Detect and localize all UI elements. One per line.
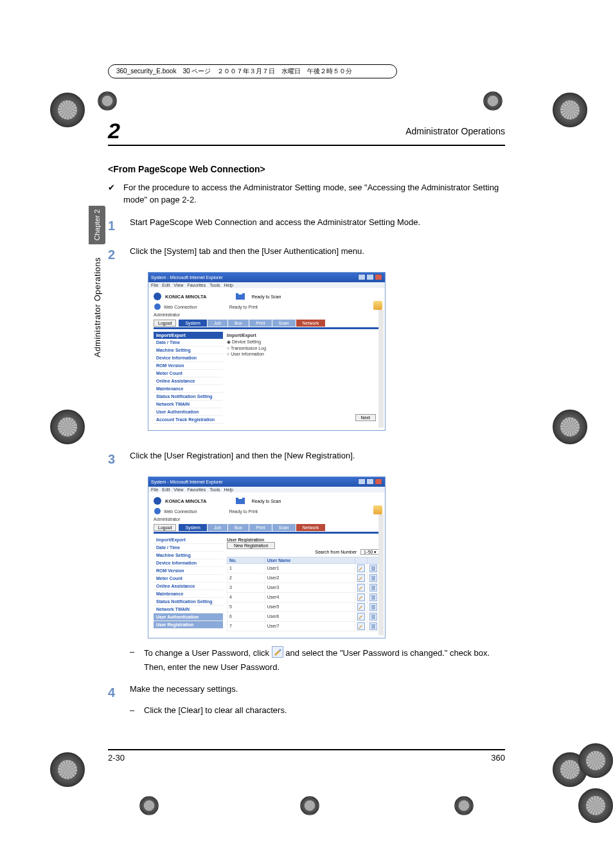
edit-icon[interactable] xyxy=(357,584,365,592)
logout-button[interactable]: Logout xyxy=(154,524,176,531)
cell-username: User4 xyxy=(265,592,355,602)
tab-scan[interactable]: Scan xyxy=(272,320,296,327)
menu-item[interactable]: Help xyxy=(224,283,233,287)
sidebar-item[interactable]: Import/Export xyxy=(154,332,223,339)
delete-icon[interactable] xyxy=(369,593,377,601)
menu-item[interactable]: View xyxy=(173,283,183,287)
menu-item[interactable]: Favorites xyxy=(187,283,206,287)
scrollbar[interactable] xyxy=(378,514,384,635)
sidebar-item[interactable]: Device Information xyxy=(154,559,223,567)
sidebar-item[interactable]: Device Information xyxy=(154,354,223,362)
dash-icon: – xyxy=(130,646,144,674)
tab-print[interactable]: Print xyxy=(249,524,272,531)
new-registration-button[interactable]: New Registration xyxy=(227,542,275,549)
edit-icon[interactable] xyxy=(357,574,365,582)
menu-item[interactable]: Edit xyxy=(162,283,170,287)
edit-icon[interactable] xyxy=(357,565,365,572)
range-select[interactable]: 1-50 ▾ xyxy=(360,549,380,555)
sidebar-item[interactable]: Machine Setting xyxy=(154,347,223,354)
sidebar-item-user-registration[interactable]: User Registration xyxy=(154,621,223,629)
sidebar-item[interactable]: Status Notification Setting xyxy=(154,393,223,401)
window-title: System - Microsoft Internet Explorer xyxy=(151,275,223,280)
print-meta-line: 360_security_E.book 30 ページ ２００７年３月７日 水曜日… xyxy=(108,64,397,78)
sidebar-item[interactable]: Network TWAIN xyxy=(154,606,223,613)
next-button[interactable]: Next xyxy=(355,414,376,421)
sidebar-item[interactable]: Date / Time xyxy=(154,544,223,552)
scrollbar[interactable] xyxy=(378,310,384,428)
sidebar-item[interactable]: Meter Count xyxy=(154,370,223,377)
sidebar-item[interactable]: Date / Time xyxy=(154,339,223,347)
cell-username: User7 xyxy=(265,621,355,631)
crop-mark-icon xyxy=(454,796,474,815)
table-row: 4User4 xyxy=(227,592,380,602)
admin-label: Administrator xyxy=(154,312,380,317)
sidebar-item[interactable]: ROM Version xyxy=(154,362,223,370)
menu-item[interactable]: Edit xyxy=(162,487,170,492)
tab-print[interactable]: Print xyxy=(249,320,272,327)
sidebar-item[interactable]: Account Track Registration xyxy=(154,416,223,424)
delete-icon[interactable] xyxy=(369,613,377,620)
tab-scan[interactable]: Scan xyxy=(272,524,296,531)
edit-icon[interactable] xyxy=(357,622,365,630)
tab-system[interactable]: System xyxy=(179,320,207,327)
menu-item[interactable]: Tools xyxy=(209,283,220,287)
table-row: 1User1 xyxy=(227,563,380,573)
search-label: Search from Number xyxy=(315,550,357,554)
crop-mark-icon xyxy=(50,410,85,444)
sidebar-item[interactable]: Online Assistance xyxy=(154,583,223,590)
edit-icon[interactable] xyxy=(357,613,365,620)
delete-icon[interactable] xyxy=(369,584,377,592)
sidebar-item[interactable]: Network TWAIN xyxy=(154,401,223,408)
delete-icon[interactable] xyxy=(369,574,377,582)
menu-item[interactable]: View xyxy=(173,487,183,492)
sidebar-item[interactable]: Import/Export xyxy=(154,536,223,544)
cell-username: User1 xyxy=(265,563,355,573)
menu-item[interactable]: Tools xyxy=(209,487,220,492)
tab-job[interactable]: Job xyxy=(208,524,228,531)
browser-menubar[interactable]: File Edit View Favorites Tools Help xyxy=(148,487,385,493)
radio-option[interactable]: ○ User Information xyxy=(227,351,380,357)
sidebar-item[interactable]: Meter Count xyxy=(154,575,223,583)
conn-icon xyxy=(154,303,161,311)
delete-icon[interactable] xyxy=(369,622,377,630)
radio-option[interactable]: ○ Transmission Log xyxy=(227,345,380,351)
sidebar-item[interactable]: Maintenance xyxy=(154,590,223,598)
menu-item[interactable]: Favorites xyxy=(187,487,206,492)
svg-rect-9 xyxy=(371,566,376,567)
edit-icon[interactable] xyxy=(357,603,365,611)
delete-icon[interactable] xyxy=(369,565,377,572)
sidebar-item[interactable]: ROM Version xyxy=(154,567,223,575)
sidebar-item[interactable]: Maintenance xyxy=(154,385,223,393)
sidebar-item[interactable]: User Authentication xyxy=(154,408,223,416)
table-row: 3User3 xyxy=(227,583,380,592)
tab-network[interactable]: Network xyxy=(296,524,326,531)
browser-menubar[interactable]: File Edit View Favorites Tools Help xyxy=(148,282,385,288)
tab-box[interactable]: Box xyxy=(228,524,249,531)
sidebar-item[interactable]: Online Assistance xyxy=(154,377,223,385)
menu-item[interactable]: Help xyxy=(224,487,233,492)
side-section-label: Administrator Operations xyxy=(93,257,102,357)
crop-mark-icon xyxy=(50,752,85,787)
radio-option[interactable]: ◉ Device Setting xyxy=(227,339,380,345)
window-controls[interactable] xyxy=(357,274,382,281)
tab-network[interactable]: Network xyxy=(296,320,326,327)
window-controls[interactable] xyxy=(357,478,382,485)
sidebar-item[interactable]: Machine Setting xyxy=(154,552,223,559)
edit-icon[interactable] xyxy=(357,593,365,601)
delete-icon[interactable] xyxy=(369,603,377,611)
logout-button[interactable]: Logout xyxy=(154,320,176,327)
menu-item[interactable]: File xyxy=(151,487,158,492)
sidebar-item[interactable]: Status Notification Setting xyxy=(154,598,223,606)
svg-rect-12 xyxy=(371,577,375,581)
svg-rect-17 xyxy=(371,585,376,586)
tab-job[interactable]: Job xyxy=(208,320,228,327)
tab-system[interactable]: System xyxy=(179,524,207,531)
cell-username: User2 xyxy=(265,573,355,583)
tab-box[interactable]: Box xyxy=(228,320,249,327)
menu-item[interactable]: File xyxy=(151,283,158,287)
printer-status-icon xyxy=(236,292,247,302)
step-number: 1 xyxy=(108,217,130,235)
window-title: System - Microsoft Internet Explorer xyxy=(151,480,223,484)
page-title: Administrator Operations xyxy=(405,126,505,136)
sidebar-item-user-auth[interactable]: User Authentication xyxy=(154,613,223,621)
